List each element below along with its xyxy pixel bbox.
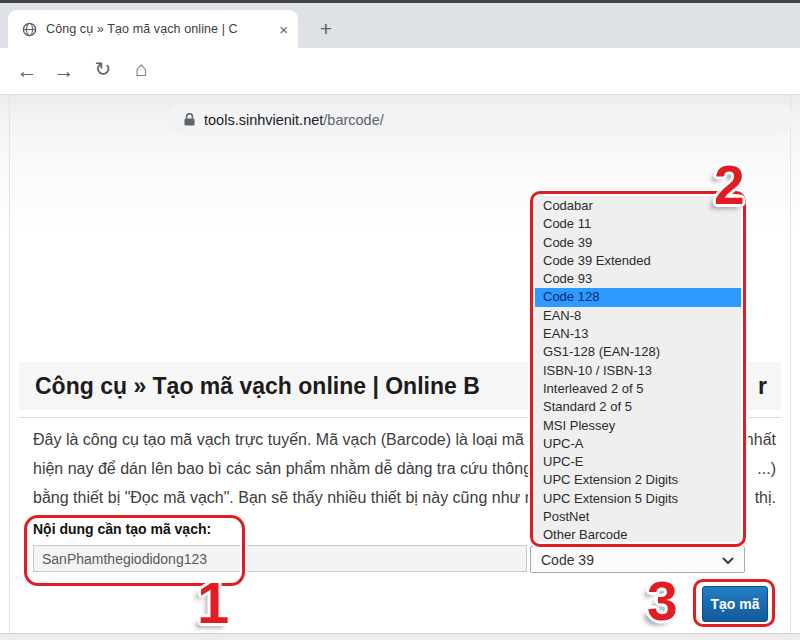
lock-icon — [184, 113, 195, 126]
page-right-border — [790, 95, 791, 633]
chevron-down-icon — [722, 552, 734, 568]
barcode-type-select[interactable]: Code 39 — [530, 546, 745, 573]
url-path: /barcode/ — [323, 112, 383, 128]
tab-title: Công cụ » Tạo mã vạch online | C — [46, 22, 273, 36]
back-icon[interactable]: ← — [14, 60, 40, 81]
page-title-text: Công cụ » Tạo mã vạch online | Online B — [35, 373, 480, 400]
tab-bar: Công cụ » Tạo mã vạch online | C × + — [0, 3, 800, 48]
annotation-box-step3 — [693, 579, 775, 627]
page-left-border — [9, 95, 10, 633]
address-bar[interactable]: tools.sinhvienit.net/barcode/ — [168, 104, 792, 135]
annotation-number-3: 3 — [647, 574, 678, 629]
home-icon[interactable]: ⌂ — [128, 58, 154, 79]
page-bottom-strip — [0, 633, 800, 640]
browser-toolbar: ← → ↻ ⌂ tools.sinhvienit.net/barcode/ — [0, 48, 800, 95]
url-domain: tools.sinhvienit.net — [204, 112, 323, 128]
window-top-edge — [0, 0, 800, 3]
annotation-number-2: 2 — [714, 158, 745, 213]
page-title-tail: r — [758, 373, 767, 400]
forward-icon[interactable]: → — [51, 60, 77, 81]
annotation-number-1: 1 — [197, 574, 229, 632]
tab-close-icon[interactable]: × — [279, 22, 288, 37]
globe-favicon-icon — [22, 22, 37, 37]
new-tab-icon[interactable]: + — [312, 15, 340, 43]
browser-tab[interactable]: Công cụ » Tạo mã vạch online | C × — [8, 10, 298, 48]
barcode-type-selected-value: Code 39 — [541, 552, 594, 568]
reload-icon[interactable]: ↻ — [90, 59, 116, 79]
annotation-box-step2 — [530, 191, 746, 547]
